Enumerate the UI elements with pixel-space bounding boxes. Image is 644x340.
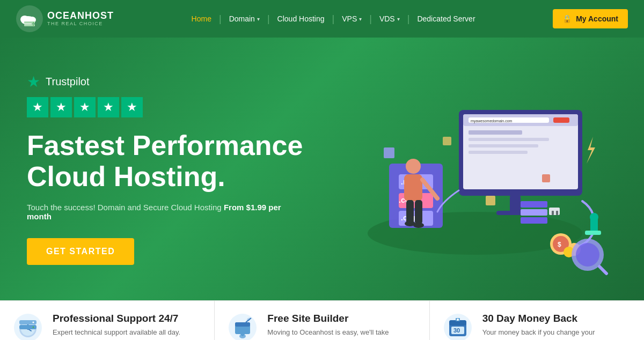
svg-point-7 (33, 25, 34, 26)
feature-text-builder: Free Site Builder Moving to Oceanhost is… (267, 313, 389, 337)
feature-desc-money-back: Your money back if you change your (482, 328, 595, 337)
svg-rect-46 (486, 196, 495, 205)
star-5: ★ (121, 97, 143, 117)
svg-line-45 (599, 267, 606, 274)
star-2: ★ (50, 97, 72, 117)
svg-rect-13 (553, 117, 569, 123)
svg-rect-36 (521, 209, 547, 216)
svg-point-66 (33, 327, 34, 328)
hero-title: Fastest Performance Cloud Hosting. (27, 130, 306, 191)
feature-desc-support: Expert technical support available all d… (53, 328, 180, 337)
trustpilot-label: Trustpilot (46, 76, 90, 88)
svg-rect-69 (235, 322, 250, 327)
feature-title-builder: Free Site Builder (267, 313, 389, 324)
logo-sub-text: THE REAL CHOICE (47, 21, 114, 27)
nav-separator-4: | (369, 13, 372, 25)
svg-text:myawesomedomain.com: myawesomedomain.com (471, 119, 513, 123)
chevron-down-icon-vds: ▾ (397, 16, 400, 22)
star-4: ★ (98, 97, 119, 117)
svg-point-28 (406, 159, 421, 174)
svg-rect-29 (404, 174, 422, 201)
svg-rect-18 (469, 151, 528, 154)
stars-row: ★ ★ ★ ★ ★ (27, 97, 306, 117)
star-3: ★ (74, 97, 96, 117)
feature-desc-builder: Moving to Oceanhost is easy, we'll take (267, 328, 389, 337)
nav-menu: Home | Domain ▾ | Cloud Hosting | VPS ▾ … (114, 10, 553, 27)
support-icon-wrap (13, 313, 43, 340)
nav-separator-2: | (267, 13, 270, 25)
trustpilot-star-icon: ★ (27, 73, 40, 91)
nav-item-vds[interactable]: VDS ▾ (376, 10, 403, 27)
feature-title-support: Professional Support 24/7 (53, 313, 180, 324)
nav-separator-5: | (407, 13, 410, 25)
svg-rect-35 (521, 201, 547, 208)
svg-rect-48 (384, 147, 394, 158)
svg-marker-56 (587, 137, 595, 164)
money-back-icon-wrap: 30 (443, 313, 473, 340)
feature-text-support: Professional Support 24/7 Expert technic… (53, 313, 180, 337)
svg-text:30: 30 (453, 327, 460, 334)
svg-rect-47 (542, 174, 550, 182)
svg-text:$: $ (558, 241, 561, 248)
nav-separator-3: | (332, 13, 335, 25)
money-back-icon: 30 (443, 313, 473, 340)
builder-icon-wrap (228, 313, 258, 340)
svg-rect-17 (469, 144, 538, 147)
chevron-down-icon: ▾ (257, 16, 260, 22)
feature-card-support: Professional Support 24/7 Expert technic… (0, 300, 215, 340)
trustpilot-area: ★ Trustpilot (27, 73, 306, 91)
get-started-button[interactable]: GET STARTED (27, 238, 134, 265)
hero-content: ★ Trustpilot ★ ★ ★ ★ ★ Fastest Performan… (27, 73, 306, 264)
svg-point-44 (576, 243, 599, 267)
hero-illustration: myawesomedomain.com .net .com .org (306, 62, 623, 276)
svg-point-78 (457, 319, 459, 321)
svg-rect-37 (521, 217, 547, 224)
nav-separator: | (219, 13, 222, 25)
logo-main-text: OCEANHOST (47, 11, 114, 21)
hero-image: myawesomedomain.com .net .com .org (319, 62, 609, 276)
svg-point-65 (33, 322, 34, 323)
feature-text-money-back: 30 Day Money Back Your money back if you… (482, 313, 595, 337)
svg-rect-19 (510, 196, 521, 212)
support-icon (13, 313, 43, 340)
svg-rect-55 (585, 231, 601, 235)
nav-item-dedicated-server[interactable]: Dedicated Server (414, 10, 478, 27)
svg-point-6 (33, 22, 34, 23)
svg-rect-16 (469, 138, 549, 141)
svg-point-34 (413, 223, 424, 228)
logo[interactable]: OCEANHOST THE REAL CHOICE (16, 5, 114, 32)
logo-icon (16, 5, 43, 32)
nav-item-cloud-hosting[interactable]: Cloud Hosting (274, 10, 328, 27)
svg-rect-52 (556, 211, 558, 215)
nav-item-domain[interactable]: Domain ▾ (226, 10, 263, 27)
feature-card-builder: Free Site Builder Moving to Oceanhost is… (215, 300, 429, 340)
chevron-down-icon-vps: ▾ (359, 16, 362, 22)
nav-item-home[interactable]: Home (188, 10, 215, 27)
feature-card-money-back: 30 30 Day Money Back Your money back if … (430, 300, 644, 340)
feature-cards: Professional Support 24/7 Expert technic… (0, 300, 644, 340)
svg-rect-49 (443, 137, 451, 145)
svg-point-54 (590, 213, 598, 221)
svg-rect-32 (415, 200, 422, 224)
nav-item-vps[interactable]: VPS ▾ (339, 10, 365, 27)
feature-title-money-back: 30 Day Money Back (482, 313, 595, 324)
svg-rect-15 (469, 130, 522, 135)
star-1: ★ (27, 97, 48, 117)
svg-rect-51 (552, 211, 554, 215)
hero-section: ★ Trustpilot ★ ★ ★ ★ ★ Fastest Performan… (0, 38, 644, 300)
my-account-button[interactable]: 🔒 My Account (553, 9, 628, 28)
svg-rect-31 (406, 200, 414, 224)
builder-icon (228, 313, 258, 340)
navbar: OCEANHOST THE REAL CHOICE Home | Domain … (0, 0, 644, 38)
lock-icon: 🔒 (562, 14, 572, 23)
hero-subtitle: Touch the success! Domain and Secure Clo… (27, 203, 306, 221)
